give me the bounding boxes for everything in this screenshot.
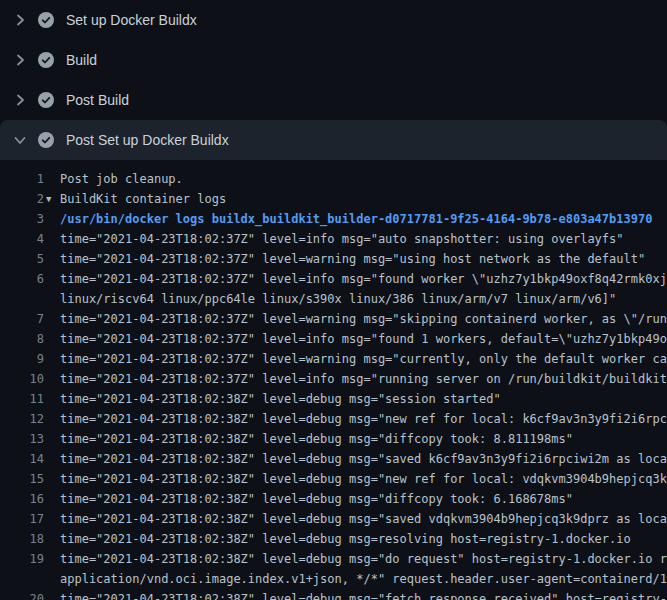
log-line-number[interactable]: 7 <box>0 309 44 329</box>
log-row: 15time="2021-04-23T18:02:38Z" level=debu… <box>0 469 667 489</box>
chevron-right-icon[interactable] <box>12 52 28 68</box>
log-text: time="2021-04-23T18:02:38Z" level=debug … <box>60 489 573 509</box>
log-text: linux/riscv64 linux/ppc64le linux/s390x … <box>60 289 616 309</box>
log-row: 12time="2021-04-23T18:02:38Z" level=debu… <box>0 409 667 429</box>
log-text-content: Post job cleanup. <box>60 172 183 186</box>
step-header-post-build[interactable]: Post Build <box>0 80 667 120</box>
log-text-content: time="2021-04-23T18:02:38Z" level=debug … <box>60 492 573 506</box>
log-line-number[interactable]: 11 <box>0 389 44 409</box>
log-row: 8time="2021-04-23T18:02:37Z" level=info … <box>0 329 667 349</box>
log-text: time="2021-04-23T18:02:37Z" level=info m… <box>60 329 667 349</box>
log-line-number[interactable]: 2 <box>0 189 44 209</box>
log-row: linux/riscv64 linux/ppc64le linux/s390x … <box>0 289 667 309</box>
log-text: time="2021-04-23T18:02:38Z" level=debug … <box>60 589 667 600</box>
chevron-down-icon[interactable] <box>12 132 28 148</box>
log-text-content: /usr/bin/docker logs buildx_buildkit_bui… <box>60 212 652 226</box>
log-row: 14time="2021-04-23T18:02:38Z" level=debu… <box>0 449 667 469</box>
log-row: 3/usr/bin/docker logs buildx_buildkit_bu… <box>0 209 667 229</box>
log-text-content: time="2021-04-23T18:02:38Z" level=debug … <box>60 412 667 426</box>
log-row: 13time="2021-04-23T18:02:38Z" level=debu… <box>0 429 667 449</box>
log-line-number[interactable]: 20 <box>0 589 44 600</box>
log-line-number[interactable]: 5 <box>0 249 44 269</box>
log-text-content: time="2021-04-23T18:02:38Z" level=debug … <box>60 592 667 600</box>
log-line-number[interactable]: 18 <box>0 529 44 549</box>
log-row: 17time="2021-04-23T18:02:38Z" level=debu… <box>0 509 667 529</box>
step-header-post-set-up-docker-buildx[interactable]: Post Set up Docker Buildx <box>0 120 667 160</box>
log-row: 11time="2021-04-23T18:02:38Z" level=debu… <box>0 389 667 409</box>
log-text: time="2021-04-23T18:02:37Z" level=warnin… <box>60 249 645 269</box>
log-line-number[interactable]: 17 <box>0 509 44 529</box>
step-list: Set up Docker BuildxBuildPost BuildPost … <box>0 0 667 600</box>
step-title: Set up Docker Buildx <box>66 12 197 28</box>
log-line-number[interactable]: 3 <box>0 209 44 229</box>
log-text-content: time="2021-04-23T18:02:37Z" level=warnin… <box>60 252 645 266</box>
log-line-number[interactable]: 8 <box>0 329 44 349</box>
chevron-right-icon[interactable] <box>12 92 28 108</box>
step-header-build[interactable]: Build <box>0 40 667 80</box>
log-text-content: time="2021-04-23T18:02:38Z" level=debug … <box>60 432 573 446</box>
log-text: time="2021-04-23T18:02:37Z" level=warnin… <box>60 349 667 369</box>
log-row: 9time="2021-04-23T18:02:37Z" level=warni… <box>0 349 667 369</box>
log-text-content: time="2021-04-23T18:02:38Z" level=debug … <box>60 512 667 526</box>
log-text: ▼BuildKit container logs <box>60 189 226 209</box>
log-text-content: linux/riscv64 linux/ppc64le linux/s390x … <box>60 292 616 306</box>
log-line-number[interactable]: 12 <box>0 409 44 429</box>
log-text-content: time="2021-04-23T18:02:38Z" level=debug … <box>60 452 667 466</box>
log-text: time="2021-04-23T18:02:38Z" level=debug … <box>60 469 667 489</box>
log-text-content: BuildKit container logs <box>60 192 226 206</box>
log-text: Post job cleanup. <box>60 169 183 189</box>
log-line-number[interactable] <box>0 289 44 309</box>
log-line-number[interactable]: 9 <box>0 349 44 369</box>
step-title: Build <box>66 52 97 68</box>
log-row: 6time="2021-04-23T18:02:37Z" level=info … <box>0 269 667 289</box>
log-text-content: time="2021-04-23T18:02:38Z" level=debug … <box>60 552 667 566</box>
log-text: time="2021-04-23T18:02:37Z" level=info m… <box>60 269 667 289</box>
log-row: 18time="2021-04-23T18:02:38Z" level=debu… <box>0 529 667 549</box>
log-row: 4time="2021-04-23T18:02:37Z" level=info … <box>0 229 667 249</box>
log-line-number[interactable]: 6 <box>0 269 44 289</box>
chevron-right-icon[interactable] <box>12 12 28 28</box>
log-line-number[interactable]: 16 <box>0 489 44 509</box>
log-text: time="2021-04-23T18:02:38Z" level=debug … <box>60 389 501 409</box>
log-text: time="2021-04-23T18:02:38Z" level=debug … <box>60 529 631 549</box>
log-text: time="2021-04-23T18:02:38Z" level=debug … <box>60 509 667 529</box>
log-line-number[interactable]: 1 <box>0 169 44 189</box>
log-text: time="2021-04-23T18:02:37Z" level=info m… <box>60 369 667 389</box>
log-row[interactable]: 2▼BuildKit container logs <box>0 189 667 209</box>
log-row: 16time="2021-04-23T18:02:38Z" level=debu… <box>0 489 667 509</box>
log-text: time="2021-04-23T18:02:38Z" level=debug … <box>60 449 667 469</box>
check-circle-icon <box>38 12 54 28</box>
log-text-content: application/vnd.oci.image.index.v1+json,… <box>60 572 667 586</box>
log-text-content: time="2021-04-23T18:02:37Z" level=warnin… <box>60 352 667 366</box>
log-text-content: time="2021-04-23T18:02:37Z" level=info m… <box>60 332 667 346</box>
log-text-content: time="2021-04-23T18:02:37Z" level=warnin… <box>60 312 667 326</box>
log-line-number[interactable]: 14 <box>0 449 44 469</box>
log-container: 1Post job cleanup.2▼BuildKit container l… <box>0 160 667 600</box>
log-text: time="2021-04-23T18:02:37Z" level=info m… <box>60 229 624 249</box>
log-row: application/vnd.oci.image.index.v1+json,… <box>0 569 667 589</box>
log-row: 5time="2021-04-23T18:02:37Z" level=warni… <box>0 249 667 269</box>
log-row: 10time="2021-04-23T18:02:37Z" level=info… <box>0 369 667 389</box>
log-text: time="2021-04-23T18:02:38Z" level=debug … <box>60 409 667 429</box>
step-title: Post Build <box>66 92 129 108</box>
log-line-number[interactable]: 13 <box>0 429 44 449</box>
step-header-set-up-docker-buildx[interactable]: Set up Docker Buildx <box>0 0 667 40</box>
log-text-content: time="2021-04-23T18:02:38Z" level=debug … <box>60 472 667 486</box>
log-text: time="2021-04-23T18:02:37Z" level=warnin… <box>60 309 667 329</box>
log-line-number[interactable]: 19 <box>0 549 44 569</box>
check-circle-icon <box>38 92 54 108</box>
log-command-text: /usr/bin/docker logs buildx_buildkit_bui… <box>60 209 652 229</box>
check-circle-icon <box>38 132 54 148</box>
log-line-number[interactable] <box>0 569 44 589</box>
log-text: application/vnd.oci.image.index.v1+json,… <box>60 569 667 589</box>
log-row: 19time="2021-04-23T18:02:38Z" level=debu… <box>0 549 667 569</box>
log-row: 7time="2021-04-23T18:02:37Z" level=warni… <box>0 309 667 329</box>
check-circle-icon <box>38 52 54 68</box>
step-title: Post Set up Docker Buildx <box>66 132 229 148</box>
log-line-number[interactable]: 15 <box>0 469 44 489</box>
log-line-number[interactable]: 10 <box>0 369 44 389</box>
log-text-content: time="2021-04-23T18:02:38Z" level=debug … <box>60 532 631 546</box>
triangle-down-icon[interactable]: ▼ <box>46 189 60 209</box>
log-line-number[interactable]: 4 <box>0 229 44 249</box>
log-text-content: time="2021-04-23T18:02:37Z" level=info m… <box>60 272 667 286</box>
